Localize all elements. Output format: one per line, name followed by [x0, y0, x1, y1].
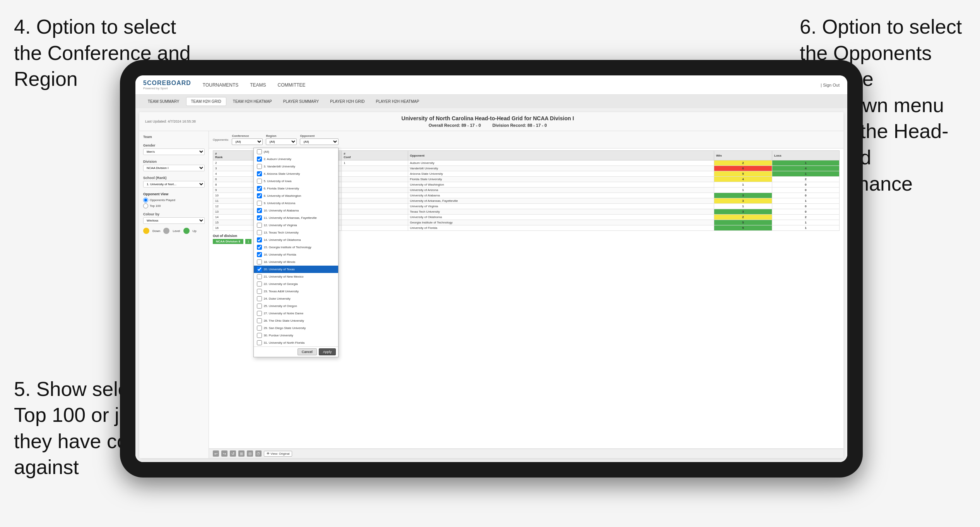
dropdown-item-11[interactable]: 11. University of Arkansas, Fayetteville — [254, 214, 338, 222]
conference-select[interactable]: (All) — [232, 138, 263, 145]
cell-loss: 0 — [772, 193, 840, 198]
cell-loss: 1 — [772, 220, 840, 225]
cell-loss: 2 — [772, 215, 840, 220]
dropdown-item-15[interactable]: 15. Georgia Institute of Technology — [254, 244, 338, 251]
colour-select[interactable]: Win/loss — [143, 217, 205, 224]
right-panel: Opponents: Conference (All) Region ( — [209, 131, 843, 458]
colour-section: Colour by Win/loss — [143, 212, 205, 224]
dropdown-item-24[interactable]: 24. Duke University — [254, 295, 338, 302]
cell-conf — [342, 177, 408, 182]
dropdown-item-30[interactable]: 30. Purdue University — [254, 332, 338, 339]
cell-win: 3 — [714, 198, 772, 204]
radio-top100[interactable]: Top 100 — [143, 203, 205, 208]
cell-opponent: University of Washington — [408, 182, 714, 188]
nav-committee[interactable]: COMMITTEE — [278, 80, 306, 90]
reset-icon[interactable]: ↺ — [230, 450, 236, 457]
dropdown-item-4[interactable]: 4. Arizona State University — [254, 170, 338, 177]
opponent-dropdown[interactable]: (All) 2. Auburn University 3. Vanderbilt… — [253, 148, 339, 357]
dropdown-item-8[interactable]: 8. University of Washington — [254, 192, 338, 200]
gender-select[interactable]: Men's — [143, 148, 205, 155]
dropdown-item-27[interactable]: 27. University of Notre Dame — [254, 310, 338, 317]
opponents-label: Opponents: — [213, 138, 229, 142]
dropdown-item-3[interactable]: 3. Vanderbilt University — [254, 163, 338, 170]
clock-icon[interactable]: ⏱ — [255, 450, 262, 457]
dropdown-item-23[interactable]: 23. Texas A&M University — [254, 288, 338, 295]
dropdown-item-9[interactable]: 9. University of Arizona — [254, 200, 338, 207]
cell-win: 5 — [714, 171, 772, 177]
left-panel: Team Gender Men's Division NCAA Division… — [139, 131, 209, 458]
sub-nav-player-h2h-grid[interactable]: PLAYER H2H GRID — [325, 97, 369, 106]
sign-out[interactable]: | Sign Out — [821, 83, 840, 87]
cell-opponent: University of Florida — [408, 225, 714, 231]
dropdown-item-20[interactable]: 20. University of Texas — [254, 266, 338, 273]
opponent-select[interactable]: (All) — [300, 138, 339, 145]
radio-opponents-played[interactable]: Opponents Played — [143, 198, 205, 203]
cell-win: 3 — [714, 209, 772, 215]
opponent-label: Opponent — [300, 134, 339, 138]
dropdown-item-all[interactable]: (All) — [254, 148, 338, 155]
school-select[interactable]: 1. University of Nort... — [143, 181, 205, 188]
copy-icon[interactable]: ⊞ — [238, 450, 245, 457]
cell-conf — [342, 204, 408, 209]
region-select[interactable]: (All) — [266, 138, 297, 145]
cell-loss: 0 — [772, 204, 840, 209]
sub-nav-player-h2h-heatmap[interactable]: PLAYER H2H HEATMAP — [371, 97, 424, 106]
dropdown-item-25[interactable]: 25. University of Oregon — [254, 302, 338, 310]
dropdown-item-5[interactable]: 5. University of Iowa — [254, 177, 338, 185]
cell-opponent: University of Virginia — [408, 204, 714, 209]
cell-loss: 1 — [772, 160, 840, 166]
dropdown-item-21[interactable]: 21. University of New Mexico — [254, 273, 338, 280]
cell-win: 5 — [714, 220, 772, 225]
logo-area: 5COREBOARD Powered by Sport — [143, 80, 191, 90]
sub-nav-team-h2h-heatmap[interactable]: TEAM H2H HEATMAP — [228, 97, 277, 106]
report-title: University of North Carolina Head-to-Hea… — [196, 115, 780, 128]
conference-label: Conference — [232, 134, 263, 138]
dropdown-item-22[interactable]: 22. University of Georgia — [254, 280, 338, 288]
filters-row: Opponents: Conference (All) Region ( — [209, 131, 843, 148]
cell-conf — [342, 220, 408, 225]
division-label: NCAA Division II — [213, 239, 243, 244]
sub-nav-player-summary[interactable]: PLAYER SUMMARY — [279, 97, 323, 106]
sub-nav-team-h2h-grid[interactable]: TEAM H2H GRID — [186, 97, 226, 106]
cancel-button[interactable]: Cancel — [298, 348, 317, 355]
legend: Down Level Up — [143, 228, 205, 234]
colour-label: Colour by — [143, 212, 205, 216]
dropdown-item-2[interactable]: 2. Auburn University — [254, 155, 338, 163]
redo-icon[interactable]: ↪ — [221, 450, 227, 457]
cell-win: 4 — [714, 177, 772, 182]
dropdown-item-12[interactable]: 12. University of Virginia — [254, 222, 338, 229]
division-label: Division — [143, 160, 205, 164]
dropdown-item-18[interactable]: 18. University of Illinois — [254, 258, 338, 266]
region-label: Region — [266, 134, 297, 138]
logo-text: 5COREBOARD — [143, 80, 191, 86]
sub-nav-team-summary[interactable]: TEAM SUMMARY — [143, 97, 184, 106]
dropdown-item-16[interactable]: 16. University of Florida — [254, 251, 338, 258]
undo-icon[interactable]: ↩ — [213, 450, 219, 457]
navbar: 5COREBOARD Powered by Sport TOURNAMENTS … — [135, 75, 847, 95]
region-filter: Region (All) — [266, 134, 297, 145]
report-body: Team Gender Men's Division NCAA Division… — [139, 131, 843, 458]
toolbar: ↩ ↪ ↺ ⊞ ⊟ ⏱ 👁 View: Original — [209, 449, 843, 458]
nav-teams[interactable]: TEAMS — [250, 80, 266, 90]
dropdown-item-6[interactable]: 6. Florida State University — [254, 185, 338, 192]
school-label: School (Rank) — [143, 176, 205, 180]
cell-win: 2 — [714, 160, 772, 166]
dropdown-item-29[interactable]: 29. San Diego State University — [254, 324, 338, 332]
paste-icon[interactable]: ⊟ — [247, 450, 253, 457]
nav-tournaments[interactable]: TOURNAMENTS — [203, 80, 238, 90]
view-original-button[interactable]: 👁 View: Original — [264, 451, 292, 457]
division-select[interactable]: NCAA Division I — [143, 165, 205, 171]
apply-button[interactable]: Apply — [319, 348, 336, 355]
school-section: School (Rank) 1. University of Nort... — [143, 176, 205, 188]
cell-loss: 2 — [772, 177, 840, 182]
col-loss: Loss — [772, 151, 840, 160]
dropdown-item-10[interactable]: 10. University of Alabama — [254, 207, 338, 214]
cell-opponent: Georgia Institute of Technology — [408, 220, 714, 225]
view-icon: 👁 — [267, 452, 270, 455]
cell-opponent: Florida State University — [408, 177, 714, 182]
dropdown-item-31[interactable]: 31. University of North Florida — [254, 339, 338, 346]
dropdown-item-13[interactable]: 13. Texas Tech University — [254, 229, 338, 236]
dropdown-item-28[interactable]: 28. The Ohio State University — [254, 317, 338, 324]
legend-level-dot — [163, 228, 169, 234]
dropdown-item-14[interactable]: 14. University of Oklahoma — [254, 236, 338, 244]
